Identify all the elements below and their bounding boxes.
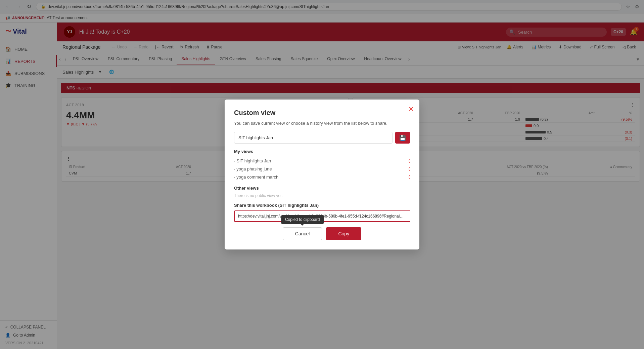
copy-button[interactable]: Copy <box>326 227 361 240</box>
custom-view-modal: ✕ Custom view You can save current view … <box>225 100 419 249</box>
other-views-label: Other views <box>234 186 410 191</box>
my-views-label: My views <box>234 149 410 154</box>
view-name-yoga-phasing: · yoga phasing june <box>234 166 272 171</box>
view-name-sit: · SIT highlights Jan <box>234 158 271 163</box>
modal-title: Custom view <box>234 109 410 117</box>
share-workbook-label: Share this workbook (SIT highlights Jan) <box>234 203 410 208</box>
copy-tooltip-container: Copied to clipboard Cancel <box>283 227 322 240</box>
other-views-empty: There is no public view yet. <box>234 193 410 198</box>
view-item-yoga-phasing: · yoga phasing june ⟨ <box>234 165 410 173</box>
save-view-button[interactable]: 💾 <box>395 132 410 144</box>
other-views-section: Other views There is no public view yet. <box>234 186 410 198</box>
view-name-input[interactable] <box>234 132 393 144</box>
my-views-section: My views · SIT highlights Jan ⟨ · yoga p… <box>234 149 410 181</box>
modal-input-row: 💾 <box>234 132 410 144</box>
modal-actions: Copied to clipboard Cancel Copy <box>234 227 410 240</box>
share-view-sit[interactable]: ⟨ <box>408 158 410 163</box>
view-item-sit: · SIT highlights Jan ⟨ <box>234 157 410 165</box>
share-view-yoga-comment[interactable]: ⟨ <box>408 174 410 180</box>
cancel-button[interactable]: Cancel <box>283 227 322 240</box>
view-item-yoga-comment: · yoga comment march ⟨ <box>234 173 410 181</box>
share-view-yoga-phasing[interactable]: ⟨ <box>408 166 410 171</box>
copied-tooltip: Copied to clipboard <box>281 215 324 224</box>
modal-close-button[interactable]: ✕ <box>408 105 414 113</box>
modal-overlay[interactable]: ✕ Custom view You can save current view … <box>0 0 644 349</box>
modal-subtitle: You can save current view or choose a hi… <box>234 121 410 126</box>
view-name-yoga-comment: · yoga comment march <box>234 174 278 180</box>
